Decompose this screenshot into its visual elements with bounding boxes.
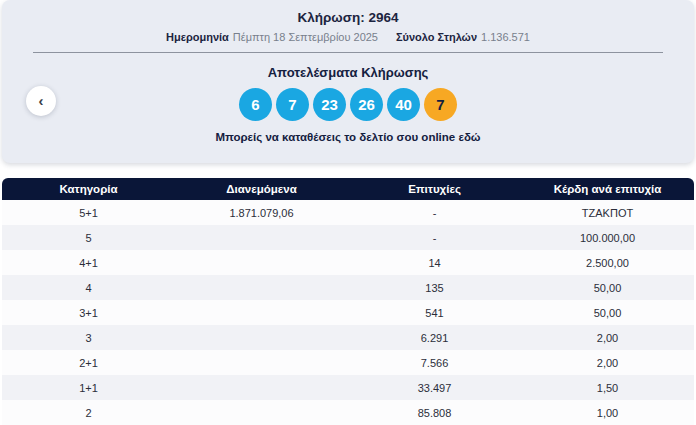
- table-cell: 5+1: [2, 207, 175, 219]
- prize-table-header: ΚατηγορίαΔιανεμόμεναΕπιτυχίεςΚέρδη ανά ε…: [2, 178, 694, 200]
- column-header: Επιτυχίες: [348, 183, 521, 195]
- table-row: 413550,00: [2, 275, 694, 300]
- carousel-prev-button[interactable]: ‹: [26, 86, 56, 116]
- table-cell: 3: [2, 332, 175, 344]
- table-row: 4+1142.500,00: [2, 250, 694, 275]
- table-cell: -: [348, 232, 521, 244]
- winning-numbers: 672326407: [2, 88, 694, 121]
- chevron-left-icon: ‹: [39, 93, 44, 108]
- bonus-number-ball: 7: [424, 88, 457, 121]
- table-cell: 85.808: [348, 407, 521, 419]
- draw-date: Ημερομηνία Πέμπτη 18 Σεπτεμβρίου 2025: [166, 31, 378, 43]
- prize-table: ΚατηγορίαΔιανεμόμεναΕπιτυχίεςΚέρδη ανά ε…: [2, 178, 694, 425]
- column-header: Διανεμόμενα: [175, 183, 348, 195]
- column-header: Κέρδη ανά επιτυχία: [521, 183, 694, 195]
- results-title: Αποτελέσματα Κλήρωσης: [2, 65, 694, 80]
- total-columns-label: Σύνολο Στηλών: [396, 31, 477, 43]
- table-row: 5+11.871.079,06-ΤΖΑΚΠΟΤ: [2, 200, 694, 225]
- table-cell: 2: [2, 407, 175, 419]
- table-cell: 1,00: [521, 407, 694, 419]
- table-cell: 1.871.079,06: [175, 207, 348, 219]
- table-cell: 1,50: [521, 382, 694, 394]
- table-row: 36.2912,00: [2, 325, 694, 350]
- table-cell: 5: [2, 232, 175, 244]
- table-cell: 2+1: [2, 357, 175, 369]
- table-cell: 6.291: [348, 332, 521, 344]
- table-cell: 14: [348, 257, 521, 269]
- table-cell: 50,00: [521, 282, 694, 294]
- table-cell: 3+1: [2, 307, 175, 319]
- draw-meta: Ημερομηνία Πέμπτη 18 Σεπτεμβρίου 2025 Σύ…: [2, 31, 694, 43]
- total-columns: Σύνολο Στηλών 1.136.571: [396, 31, 530, 43]
- table-cell: 4+1: [2, 257, 175, 269]
- table-row: 5-100.000,00: [2, 225, 694, 250]
- table-cell: ΤΖΑΚΠΟΤ: [521, 207, 694, 219]
- draw-date-label: Ημερομηνία: [166, 31, 229, 43]
- winning-number-ball: 23: [313, 88, 346, 121]
- table-row: 1+133.4971,50: [2, 375, 694, 400]
- table-cell: 33.497: [348, 382, 521, 394]
- table-row: 285.8081,00: [2, 400, 694, 425]
- table-cell: 135: [348, 282, 521, 294]
- table-cell: 2,00: [521, 332, 694, 344]
- table-cell: 7.566: [348, 357, 521, 369]
- table-row: 3+154150,00: [2, 300, 694, 325]
- divider: [33, 52, 663, 53]
- table-cell: -: [348, 207, 521, 219]
- draw-title: Κλήρωση: 2964: [2, 0, 694, 25]
- table-cell: 2.500,00: [521, 257, 694, 269]
- total-columns-value: 1.136.571: [481, 31, 530, 43]
- draw-date-value: Πέμπτη 18 Σεπτεμβρίου 2025: [233, 31, 378, 43]
- winning-number-ball: 26: [350, 88, 383, 121]
- table-cell: 4: [2, 282, 175, 294]
- prize-table-body: 5+11.871.079,06-ΤΖΑΚΠΟΤ5-100.000,004+114…: [2, 200, 694, 425]
- column-header: Κατηγορία: [2, 183, 175, 195]
- winning-number-ball: 7: [276, 88, 309, 121]
- winning-number-ball: 40: [387, 88, 420, 121]
- table-cell: 2,00: [521, 357, 694, 369]
- table-cell: 541: [348, 307, 521, 319]
- table-cell: 1+1: [2, 382, 175, 394]
- table-row: 2+17.5662,00: [2, 350, 694, 375]
- winning-number-ball: 6: [239, 88, 272, 121]
- draw-results-card: Κλήρωση: 2964 Ημερομηνία Πέμπτη 18 Σεπτε…: [2, 0, 694, 163]
- submit-slip-cta[interactable]: Μπορείς να καταθέσεις το δελτίο σου onli…: [2, 131, 694, 143]
- table-cell: 100.000,00: [521, 232, 694, 244]
- table-cell: 50,00: [521, 307, 694, 319]
